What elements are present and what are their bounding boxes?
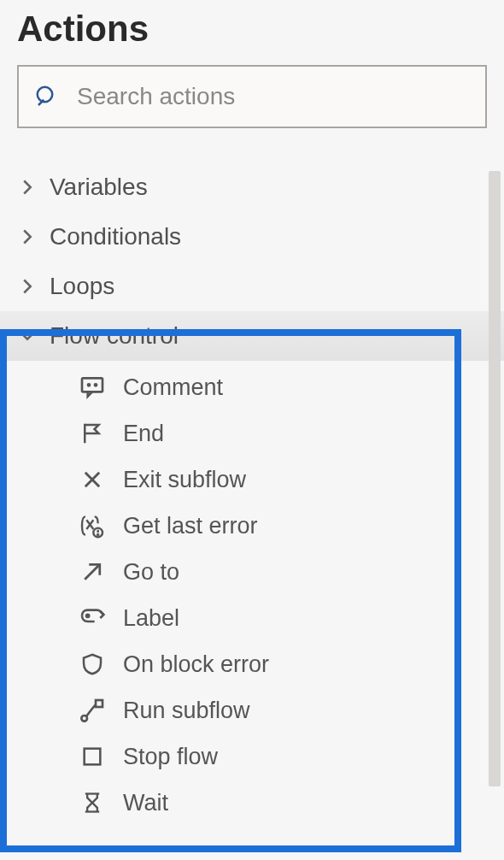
variable-error-icon: [77, 510, 108, 541]
search-container: [0, 65, 504, 162]
chevron-right-icon: [19, 228, 36, 245]
action-comment[interactable]: Comment: [0, 364, 504, 410]
search-icon: [34, 84, 60, 109]
close-icon: [77, 464, 108, 495]
svg-rect-2: [82, 378, 103, 392]
svg-line-13: [85, 566, 98, 580]
group-header-variables[interactable]: Variables: [0, 162, 504, 212]
group-header-conditionals[interactable]: Conditionals: [0, 212, 504, 262]
action-label: Stop flow: [123, 744, 218, 770]
hourglass-icon: [77, 787, 108, 818]
chevron-down-icon: [19, 327, 36, 345]
group-label: Conditionals: [50, 223, 181, 250]
groups-list: Variables Conditionals: [0, 162, 504, 829]
action-end[interactable]: End: [0, 410, 504, 457]
chevron-right-icon: [19, 179, 36, 196]
action-label: Run subflow: [123, 698, 250, 724]
chevron-right-icon: [19, 278, 36, 295]
svg-rect-17: [85, 749, 101, 765]
group-header-flow-control[interactable]: Flow control: [0, 311, 504, 361]
action-label: Get last error: [123, 513, 258, 539]
action-label[interactable]: Label: [0, 595, 504, 641]
action-run-subflow[interactable]: Run subflow: [0, 687, 504, 733]
panel-title: Actions: [0, 0, 504, 65]
svg-point-4: [95, 384, 97, 386]
action-label: On block error: [123, 651, 269, 678]
group-loops: Loops: [0, 262, 504, 311]
group-conditionals: Conditionals: [0, 212, 504, 262]
action-label: Label: [123, 605, 179, 632]
svg-point-14: [86, 615, 89, 617]
stop-icon: [77, 741, 108, 772]
flag-icon: [77, 418, 108, 449]
svg-point-0: [38, 87, 53, 103]
group-label: Loops: [50, 273, 114, 300]
svg-rect-16: [96, 700, 103, 707]
group-label: Variables: [50, 174, 148, 201]
action-label: Comment: [123, 374, 223, 401]
group-header-loops[interactable]: Loops: [0, 262, 504, 311]
svg-point-3: [88, 384, 90, 386]
search-box[interactable]: [17, 65, 487, 128]
comment-icon: [77, 372, 108, 403]
search-input[interactable]: [75, 82, 470, 111]
arrow-up-right-icon: [77, 557, 108, 587]
action-go-to[interactable]: Go to: [0, 549, 504, 595]
action-label: Exit subflow: [123, 467, 246, 493]
tag-icon: [77, 603, 108, 633]
group-variables: Variables: [0, 162, 504, 212]
action-wait[interactable]: Wait: [0, 780, 504, 826]
group-label: Flow control: [50, 322, 179, 350]
action-label: Wait: [123, 790, 168, 816]
action-exit-subflow[interactable]: Exit subflow: [0, 457, 504, 503]
action-get-last-error[interactable]: Get last error: [0, 503, 504, 549]
svg-point-12: [97, 534, 98, 535]
scrollbar[interactable]: [489, 171, 501, 786]
group-flow-control: Flow control Comment: [0, 311, 504, 829]
action-on-block-error[interactable]: On block error: [0, 641, 504, 687]
subflow-icon: [77, 695, 108, 726]
action-stop-flow[interactable]: Stop flow: [0, 733, 504, 780]
shield-icon: [77, 649, 108, 680]
flow-control-items: Comment End: [0, 361, 504, 829]
svg-point-15: [81, 716, 87, 722]
action-label: End: [123, 421, 164, 447]
action-label: Go to: [123, 559, 179, 586]
actions-panel: Actions Variables: [0, 0, 504, 860]
